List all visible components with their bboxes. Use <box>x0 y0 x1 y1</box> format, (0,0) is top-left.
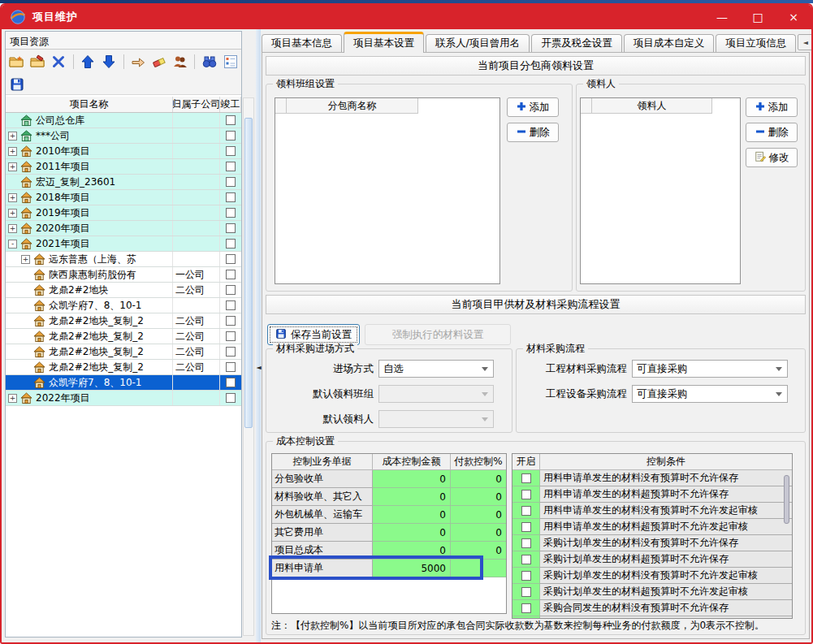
completed-checkbox[interactable] <box>226 347 236 357</box>
minimize-button[interactable]: — <box>704 5 740 29</box>
cost-table-row[interactable]: 材料验收单、其它入00 <box>272 488 506 506</box>
completed-checkbox[interactable] <box>226 146 236 156</box>
search-icon[interactable] <box>201 54 217 70</box>
forced-material-settings-button[interactable]: 强制执行的材料设置 <box>365 324 511 345</box>
tab-scroll-left-button[interactable]: ◄ <box>798 34 813 50</box>
save-icon[interactable] <box>9 76 25 93</box>
subcontractor-list[interactable]: 分包商名称 <box>275 97 500 284</box>
picker-list[interactable]: 领料人 <box>580 97 741 284</box>
conditions-scrollbar-thumb[interactable] <box>784 475 789 524</box>
cost-pay-cell[interactable]: 0 <box>451 470 506 488</box>
condition-checkbox[interactable] <box>521 538 531 548</box>
expand-plus-icon[interactable]: + <box>8 209 17 218</box>
completed-checkbox[interactable] <box>226 270 236 279</box>
tree-vertical-scrollbar[interactable] <box>243 97 254 636</box>
completed-checkbox[interactable] <box>226 378 236 387</box>
tree-row[interactable]: +2022年项目 <box>6 391 241 406</box>
move-down-icon[interactable] <box>102 54 117 70</box>
delete-button[interactable]: 删除 <box>507 123 559 142</box>
tree-row[interactable]: 陕西康惠制药股份有一公司 <box>6 267 241 283</box>
cost-table-row[interactable]: 其它费用单00 <box>272 524 506 542</box>
tab-item[interactable]: 联系人/项目曾用名 <box>426 34 530 52</box>
expand-plus-icon[interactable]: + <box>8 162 17 171</box>
users-icon[interactable] <box>172 54 188 70</box>
condition-checkbox[interactable] <box>521 522 531 532</box>
close-button[interactable]: × <box>776 5 811 29</box>
tree-row[interactable]: 龙鼎2#2地块_复制_2二公司 <box>6 329 241 344</box>
condition-checkbox[interactable] <box>521 603 531 613</box>
completed-checkbox[interactable] <box>226 115 236 125</box>
cost-amount-cell[interactable]: 0 <box>373 506 451 524</box>
completed-checkbox[interactable] <box>226 162 236 171</box>
scrollbar-thumb[interactable] <box>244 118 253 428</box>
dropdown-enabled[interactable]: 自选 <box>378 360 494 378</box>
condition-checkbox[interactable] <box>521 490 531 499</box>
tree-row[interactable]: 龙鼎2#2地块二公司 <box>6 283 241 298</box>
new-folder-icon[interactable] <box>9 54 24 70</box>
add-button[interactable]: 添加 <box>507 97 559 117</box>
completed-checkbox[interactable] <box>226 393 236 403</box>
cost-pay-cell[interactable]: 0 <box>451 524 506 542</box>
tree-row[interactable]: +2010年项目 <box>6 144 241 159</box>
cost-pay-cell[interactable]: 0 <box>451 488 506 506</box>
condition-checkbox[interactable] <box>521 587 531 597</box>
tab-item[interactable]: 项目立项信息 <box>716 34 796 52</box>
completed-checkbox[interactable] <box>226 131 236 140</box>
cost-amount-cell[interactable]: 0 <box>373 542 451 560</box>
delete-button[interactable]: 删除 <box>746 123 798 142</box>
tab-item[interactable]: 项目成本自定义 <box>624 34 715 52</box>
cost-amount-cell[interactable]: 5000 <box>373 560 451 577</box>
completed-checkbox[interactable] <box>226 331 236 341</box>
completed-checkbox[interactable] <box>226 223 236 233</box>
tree-row[interactable]: 龙鼎2#2地块_复制_2二公司 <box>6 360 241 375</box>
condition-checkbox[interactable] <box>521 555 531 564</box>
tree-row[interactable]: 龙鼎2#2地块_复制_2二公司 <box>6 344 241 360</box>
delete-icon[interactable] <box>51 54 67 70</box>
completed-checkbox[interactable] <box>226 285 236 295</box>
collapse-minus-icon[interactable]: - <box>8 240 17 249</box>
completed-checkbox[interactable] <box>226 208 236 218</box>
cost-table-row[interactable]: 项目总成本00 <box>272 542 506 560</box>
completed-checkbox[interactable] <box>226 362 236 372</box>
add-button[interactable]: 添加 <box>746 97 798 117</box>
detail-list-icon[interactable] <box>223 54 238 70</box>
tree-row[interactable]: 公司总仓库 <box>6 113 241 128</box>
completed-checkbox[interactable] <box>226 239 236 249</box>
cost-amount-cell[interactable]: 0 <box>373 488 451 506</box>
cost-table-row[interactable]: 用料申请单5000 <box>272 560 506 577</box>
tab-item[interactable]: 项目基本信息 <box>262 34 342 52</box>
condition-checkbox[interactable] <box>521 473 531 483</box>
condition-checkbox[interactable] <box>521 571 531 581</box>
cost-pay-cell[interactable]: 0 <box>451 542 506 560</box>
completed-checkbox[interactable] <box>226 177 236 187</box>
tree-row[interactable]: +远东普惠（上海、苏 <box>6 252 241 267</box>
modify-button[interactable]: 修改 <box>746 148 798 167</box>
cost-pay-cell[interactable] <box>451 560 506 577</box>
panel-splitter[interactable] <box>256 29 261 644</box>
maximize-button[interactable]: □ <box>740 5 776 29</box>
expand-plus-icon[interactable]: + <box>21 255 30 264</box>
expand-plus-icon[interactable]: + <box>8 394 17 403</box>
tree-row[interactable]: +2019年项目 <box>6 205 241 221</box>
cost-amount-cell[interactable]: 0 <box>373 470 451 488</box>
tree-row[interactable]: +2011年项目 <box>6 159 241 175</box>
tree-row[interactable]: +2018年项目 <box>6 190 241 205</box>
eraser-icon[interactable] <box>151 54 166 70</box>
completed-checkbox[interactable] <box>226 192 236 202</box>
cost-pay-cell[interactable]: 0 <box>451 506 506 524</box>
expand-plus-icon[interactable]: + <box>8 193 17 202</box>
completed-checkbox[interactable] <box>226 254 236 264</box>
edit-folder-icon[interactable] <box>30 54 45 70</box>
tree-row[interactable]: +2020年项目 <box>6 221 241 236</box>
tree-row[interactable]: 众凯学府7、8、10-1 <box>6 298 241 313</box>
completed-checkbox[interactable] <box>226 316 236 326</box>
move-up-icon[interactable] <box>80 54 96 70</box>
tab-item[interactable]: 开票及税金设置 <box>531 34 622 52</box>
dropdown-enabled[interactable]: 可直接采购 <box>632 385 788 403</box>
select-hand-icon[interactable] <box>131 54 146 70</box>
tab-active[interactable]: 项目基本设置 <box>344 32 424 53</box>
tree-row[interactable]: +***公司 <box>6 128 241 144</box>
tree-row[interactable]: 众凯学府7、8、10-1 <box>6 375 241 391</box>
cost-amount-cell[interactable]: 0 <box>373 524 451 542</box>
tree-row[interactable]: 龙鼎2#2地块_复制_2二公司 <box>6 313 241 329</box>
